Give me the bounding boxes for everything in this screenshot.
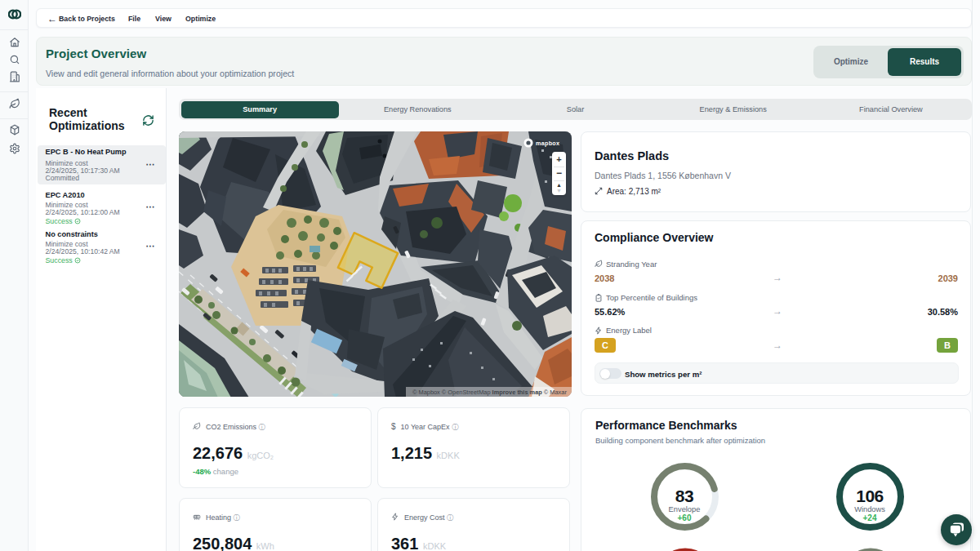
svg-text:© Mapbox © OpenStreetMap Impro: © Mapbox © OpenStreetMap Improve this ma… bbox=[412, 389, 567, 396]
svg-text:mapbox: mapbox bbox=[536, 140, 559, 147]
